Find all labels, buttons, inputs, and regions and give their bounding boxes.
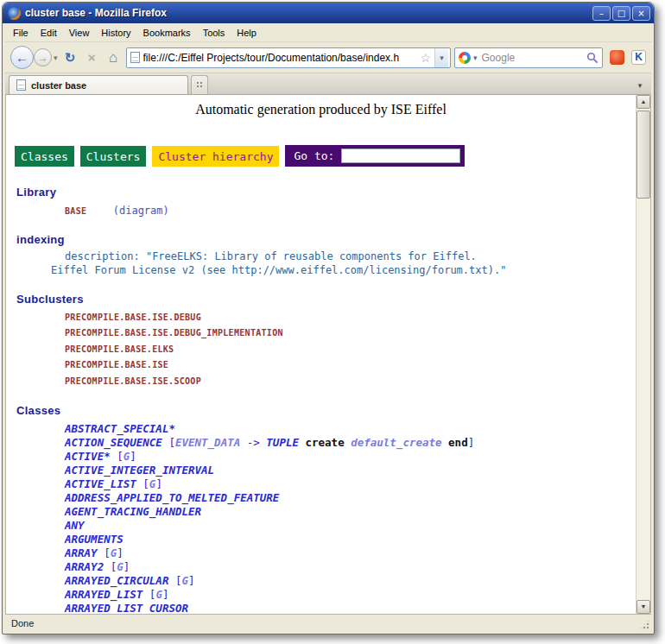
tab-strip-handle[interactable] bbox=[191, 75, 208, 94]
class-decl-segment: [ bbox=[168, 574, 181, 587]
menu-edit[interactable]: Edit bbox=[35, 25, 63, 41]
subclusters-heading: Subclusters bbox=[16, 293, 636, 306]
subcluster-link[interactable]: PRECOMPILE.BASE.ISE.DEBUG_IMPLEMENTATION bbox=[65, 328, 283, 338]
subcluster-row: PRECOMPILE.BASE.ISE.DEBUG_IMPLEMENTATION bbox=[65, 325, 636, 340]
maximize-button[interactable]: □ bbox=[612, 6, 630, 21]
menu-tools[interactable]: Tools bbox=[197, 25, 231, 41]
doc-nav-button-group: ClassesClustersCluster hierarchy bbox=[15, 146, 279, 167]
addon-icon[interactable] bbox=[610, 50, 624, 65]
titlebar[interactable]: cluster base - Mozilla Firefox – □ × bbox=[3, 3, 654, 23]
home-button[interactable]: ⌂ bbox=[104, 49, 123, 66]
content-area: Automatic generation produced by ISE Eif… bbox=[5, 95, 651, 614]
indexing-description-line-2: Eiffel Forum License v2 (see http://www.… bbox=[51, 263, 636, 277]
base-cluster-link[interactable]: BASE bbox=[65, 206, 86, 216]
clusters-button[interactable]: Clusters bbox=[80, 146, 147, 167]
window-title: cluster base - Mozilla Firefox bbox=[25, 7, 588, 19]
url-input[interactable] bbox=[143, 52, 417, 64]
diagram-link[interactable]: (diagram) bbox=[113, 205, 169, 217]
class-decl-segment: ] bbox=[117, 546, 124, 559]
resize-grip[interactable] bbox=[639, 619, 650, 630]
class-row: ACTIVE_LIST [G] bbox=[65, 477, 636, 491]
close-button[interactable]: × bbox=[632, 6, 650, 21]
class-row: ARRAYED_CIRCULAR [G] bbox=[65, 574, 636, 588]
minimize-button[interactable]: – bbox=[592, 6, 611, 21]
vertical-scrollbar[interactable]: ▲ ▼ bbox=[636, 95, 650, 614]
search-icon[interactable] bbox=[586, 52, 598, 64]
back-button[interactable]: ← bbox=[10, 46, 34, 69]
search-engine-dropdown-icon[interactable]: ▾ bbox=[473, 54, 478, 62]
class-link[interactable]: ARRAY2 bbox=[65, 560, 104, 573]
drag-dots-icon bbox=[196, 81, 204, 89]
menu-file[interactable]: File bbox=[7, 25, 35, 41]
menu-bookmarks[interactable]: Bookmarks bbox=[137, 25, 197, 41]
menu-history[interactable]: History bbox=[95, 25, 136, 41]
google-icon bbox=[459, 52, 471, 64]
class-row: ACTIVE* [G] bbox=[65, 450, 636, 464]
class-link[interactable]: ACTIVE_LIST bbox=[65, 477, 136, 490]
class-decl-segment: [ bbox=[98, 546, 111, 559]
scroll-up-button[interactable]: ▲ bbox=[636, 95, 650, 109]
search-input[interactable] bbox=[480, 51, 584, 65]
goto-input[interactable] bbox=[341, 148, 460, 163]
scrollbar-track[interactable] bbox=[636, 200, 650, 600]
scroll-down-button[interactable]: ▼ bbox=[636, 600, 650, 614]
status-bar: Done bbox=[5, 614, 651, 631]
class-decl-segment bbox=[442, 436, 449, 449]
menu-help[interactable]: Help bbox=[231, 25, 263, 41]
class-link[interactable]: ARRAYED_CIRCULAR bbox=[65, 574, 168, 587]
class-decl-segment: G bbox=[155, 588, 162, 601]
indexing-description-line-1: description: "FreeELKS: Library of reusa… bbox=[65, 249, 636, 263]
addon-k-icon[interactable]: K bbox=[631, 50, 646, 65]
class-decl-segment: ] bbox=[468, 436, 475, 449]
subcluster-link[interactable]: PRECOMPILE.BASE.ISE.SCOOP bbox=[65, 376, 201, 386]
subcluster-link[interactable]: PRECOMPILE.BASE.ISE bbox=[65, 360, 168, 369]
history-dropdown-icon[interactable]: ▾ bbox=[54, 54, 58, 62]
status-text: Done bbox=[11, 618, 34, 628]
forward-icon: → bbox=[38, 53, 48, 63]
subcluster-link[interactable]: PRECOMPILE.BASE.ISE.DEBUG bbox=[65, 313, 201, 322]
document: Automatic generation produced by ISE Eif… bbox=[6, 95, 636, 614]
reload-button[interactable]: ↻ bbox=[61, 50, 79, 66]
class-link[interactable]: ACTIVE* bbox=[65, 450, 111, 463]
class-link[interactable]: ADDRESS_APPLIED_TO_MELTED_FEATURE bbox=[65, 491, 279, 504]
class-link[interactable]: ARRAYED_LIST_CURSOR bbox=[65, 602, 188, 614]
list-all-tabs-button[interactable]: ▾ bbox=[632, 77, 648, 94]
search-bar[interactable]: ▾ bbox=[454, 47, 603, 68]
doc-nav-buttons: ClassesClustersCluster hierarchy Go to: bbox=[15, 145, 636, 167]
class-row: ARRAY2 [G] bbox=[65, 560, 636, 574]
menu-view[interactable]: View bbox=[63, 25, 96, 41]
class-decl-segment: default_create bbox=[351, 436, 441, 449]
class-link[interactable]: ARRAYED_LIST bbox=[65, 588, 142, 601]
page-banner: Automatic generation produced by ISE Eif… bbox=[6, 102, 636, 117]
class-decl-segment: [ bbox=[162, 436, 175, 449]
forward-button[interactable]: → bbox=[34, 48, 52, 66]
class-decl-segment: ] bbox=[124, 560, 130, 573]
class-decl-segment: G bbox=[117, 560, 124, 573]
class-link[interactable]: ACTION_SEQUENCE bbox=[65, 436, 162, 449]
bookmark-star-icon[interactable]: ☆ bbox=[420, 52, 431, 64]
class-row: ACTIVE_INTEGER_INTERVAL bbox=[65, 464, 636, 477]
class-link[interactable]: AGENT_TRACING_HANDLER bbox=[65, 505, 201, 518]
url-dropdown-icon[interactable]: ▾ bbox=[434, 48, 448, 67]
scrollbar-thumb[interactable] bbox=[636, 110, 650, 199]
class-link[interactable]: ANY bbox=[65, 519, 85, 532]
subcluster-row: PRECOMPILE.BASE.ISE bbox=[65, 357, 636, 372]
class-decl-segment: G bbox=[181, 574, 188, 587]
window-controls: – □ × bbox=[592, 6, 650, 21]
classes-button[interactable]: Classes bbox=[15, 146, 74, 167]
class-link[interactable]: ARGUMENTS bbox=[65, 533, 124, 546]
class-decl-segment: TUPLE bbox=[266, 436, 299, 449]
cluster-hierarchy-button[interactable]: Cluster hierarchy bbox=[152, 146, 279, 167]
class-decl-segment: ] bbox=[130, 450, 136, 463]
tab-cluster-base[interactable]: cluster base bbox=[9, 75, 188, 94]
class-decl-segment: ] bbox=[188, 574, 195, 587]
class-row: ARGUMENTS bbox=[65, 533, 636, 546]
class-link[interactable]: ARRAY bbox=[65, 546, 98, 559]
subcluster-row: PRECOMPILE.BASE.ISE.DEBUG bbox=[65, 309, 636, 325]
firefox-icon bbox=[8, 7, 21, 20]
class-link[interactable]: ABSTRACT_SPECIAL* bbox=[65, 422, 175, 435]
subcluster-link[interactable]: PRECOMPILE.BASE.ELKS bbox=[65, 344, 174, 354]
class-link[interactable]: ACTIVE_INTEGER_INTERVAL bbox=[65, 464, 214, 477]
stop-button[interactable]: × bbox=[83, 50, 101, 65]
url-bar[interactable]: ☆ ▾ bbox=[126, 47, 451, 68]
